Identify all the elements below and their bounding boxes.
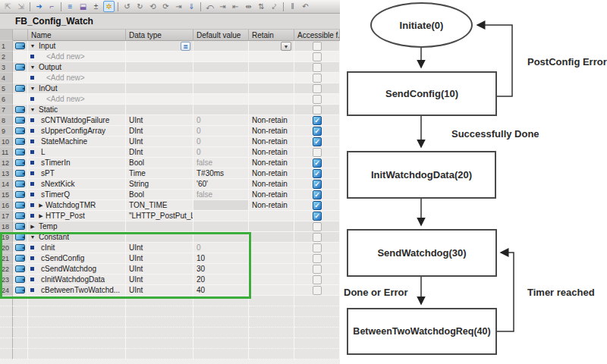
name-cell[interactable]: cSendWatchdog	[28, 264, 126, 275]
table-row[interactable]: 2<Add new>	[0, 52, 340, 62]
name-cell[interactable]: StateMachine	[28, 136, 126, 147]
retain-cell[interactable]: Non-retain	[249, 168, 294, 179]
branch-icon[interactable]: ⤦	[269, 1, 280, 12]
default-value-cell[interactable]	[193, 62, 249, 73]
name-cell[interactable]: cInitWatchdogData	[28, 275, 126, 285]
download-values-icon[interactable]: ⬓	[77, 1, 89, 12]
accessible-checkbox[interactable]: ✓	[313, 158, 322, 168]
accessible-checkbox[interactable]	[313, 286, 322, 295]
default-value-cell[interactable]: '60'	[193, 179, 249, 190]
default-value-cell[interactable]	[193, 105, 249, 115]
header-name[interactable]: Name	[28, 30, 126, 41]
name-cell[interactable]: ▼Static	[28, 105, 126, 115]
data-type-cell[interactable]: Time	[126, 168, 193, 179]
retain-cell[interactable]: Non-retain	[249, 126, 294, 136]
accessible-checkbox[interactable]	[313, 84, 322, 93]
default-value-cell[interactable]: 10	[193, 253, 249, 264]
data-type-cell[interactable]	[126, 221, 193, 232]
data-type-cell[interactable]: Bool	[126, 158, 193, 168]
default-value-cell[interactable]	[193, 94, 249, 105]
default-value-cell[interactable]	[193, 221, 249, 232]
table-row[interactable]: 19▼Constant	[0, 232, 340, 243]
name-cell[interactable]: ▼Input	[28, 41, 126, 52]
accessible-checkbox[interactable]	[313, 243, 322, 253]
data-type-cell[interactable]	[126, 73, 193, 83]
delete-row-icon[interactable]: ⇲	[15, 1, 27, 12]
default-value-cell[interactable]: T#30ms	[193, 168, 249, 179]
retain-cell[interactable]	[249, 232, 294, 243]
retain-cell[interactable]: Non-retain	[249, 158, 294, 168]
name-cell[interactable]: ▶Temp	[28, 221, 126, 232]
keep-actual-values-icon[interactable]: ≡	[64, 1, 76, 12]
default-value-cell[interactable]: 40	[193, 285, 249, 296]
table-row[interactable]: 23cInitWatchdogDataUInt20	[0, 275, 340, 285]
collapse-triangle-icon[interactable]: ▼	[29, 41, 36, 52]
data-type-cell[interactable]: UInt	[126, 136, 193, 147]
accessible-checkbox[interactable]: ✓	[313, 212, 322, 221]
retain-cell[interactable]	[249, 253, 294, 264]
name-cell[interactable]: <Add new>	[28, 52, 126, 62]
retain-cell[interactable]	[249, 221, 294, 232]
retain-cell[interactable]	[249, 62, 294, 73]
retain-cell[interactable]: Non-retain	[249, 200, 294, 211]
name-cell[interactable]: <Add new>	[28, 94, 126, 105]
table-row[interactable]: 17▶HTTP_Post"LHTTP_PostPut_L"✓	[0, 211, 340, 221]
sort-icon[interactable]: ⇅	[256, 1, 267, 12]
table-row[interactable]: 3▼Output	[0, 62, 340, 73]
indent-icon[interactable]: ⇥	[217, 1, 228, 12]
data-type-cell[interactable]	[126, 94, 193, 105]
table-row[interactable]: 22cSendWatchdogUInt30	[0, 264, 340, 275]
accessible-checkbox[interactable]: ✓	[313, 137, 322, 146]
default-value-cell[interactable]: 0	[193, 147, 249, 158]
table-row[interactable]: 20cInitUInt0	[0, 243, 340, 253]
accessible-checkbox[interactable]	[313, 233, 322, 242]
retain-cell[interactable]: ▼	[249, 41, 294, 52]
name-cell[interactable]: cSendConfig	[28, 253, 126, 264]
empty-table-row[interactable]	[0, 317, 340, 328]
table-row[interactable]: 11LDInt0Non-retain	[0, 147, 340, 158]
data-type-cell[interactable]: String	[126, 179, 193, 190]
accessible-checkbox[interactable]	[313, 275, 322, 284]
data-type-cell[interactable]: UInt	[126, 275, 193, 285]
load-start-values-icon[interactable]: ⟲	[147, 1, 159, 12]
retain-cell[interactable]	[249, 83, 294, 94]
default-value-cell[interactable]: 0	[193, 243, 249, 253]
retain-cell[interactable]: Non-retain	[249, 115, 294, 126]
accessible-checkbox[interactable]	[313, 222, 322, 231]
default-value-cell[interactable]: false	[193, 190, 249, 200]
name-cell[interactable]: sCNTWatdogFailure	[28, 115, 126, 126]
name-cell[interactable]: sTimerIn	[28, 158, 126, 168]
data-type-cell[interactable]: TON_TIME	[126, 200, 193, 211]
table-row[interactable]: 21cSendConfigUInt10	[0, 253, 340, 264]
data-type-cell[interactable]	[126, 62, 193, 73]
retain-cell[interactable]	[249, 264, 294, 275]
name-cell[interactable]: L	[28, 147, 126, 158]
data-type-cell[interactable]	[126, 52, 193, 62]
snapshot-icon[interactable]: ±	[90, 1, 102, 12]
data-type-cell[interactable]: UInt	[126, 285, 193, 296]
reset-all-values-icon[interactable]: ↻	[134, 1, 146, 12]
header-default-value[interactable]: Default value	[193, 30, 249, 41]
table-row[interactable]: 5▼InOut	[0, 83, 340, 94]
expand-rows-icon[interactable]: ⇥	[173, 1, 184, 12]
accessible-checkbox[interactable]	[313, 148, 322, 157]
expand-triangle-icon[interactable]: ▶	[29, 221, 36, 232]
data-type-cell[interactable]: UInt	[126, 115, 193, 126]
retain-cell[interactable]: Non-retain	[249, 136, 294, 147]
add-row-icon[interactable]: ➜	[33, 1, 45, 12]
retain-cell[interactable]	[249, 94, 294, 105]
default-value-cell[interactable]: 20	[193, 275, 249, 285]
default-value-cell[interactable]	[193, 73, 249, 83]
default-value-cell[interactable]	[193, 52, 249, 62]
expand-triangle-icon[interactable]: ▶	[37, 200, 45, 211]
name-cell[interactable]: cBetweenTwoWatchd...	[28, 285, 126, 296]
empty-table-row[interactable]	[0, 328, 340, 338]
name-cell[interactable]: ▼Output	[28, 62, 126, 73]
accessible-checkbox[interactable]	[313, 52, 322, 61]
data-type-cell[interactable]: UInt	[126, 243, 193, 253]
name-cell[interactable]: cInit	[28, 243, 126, 253]
import-icon[interactable]: ⇓	[186, 1, 197, 12]
default-value-cell[interactable]	[193, 211, 249, 221]
table-row[interactable]: 16▶WatchdogTMRTON_TIMENon-retain✓	[0, 200, 340, 211]
accessible-checkbox[interactable]	[313, 265, 322, 274]
